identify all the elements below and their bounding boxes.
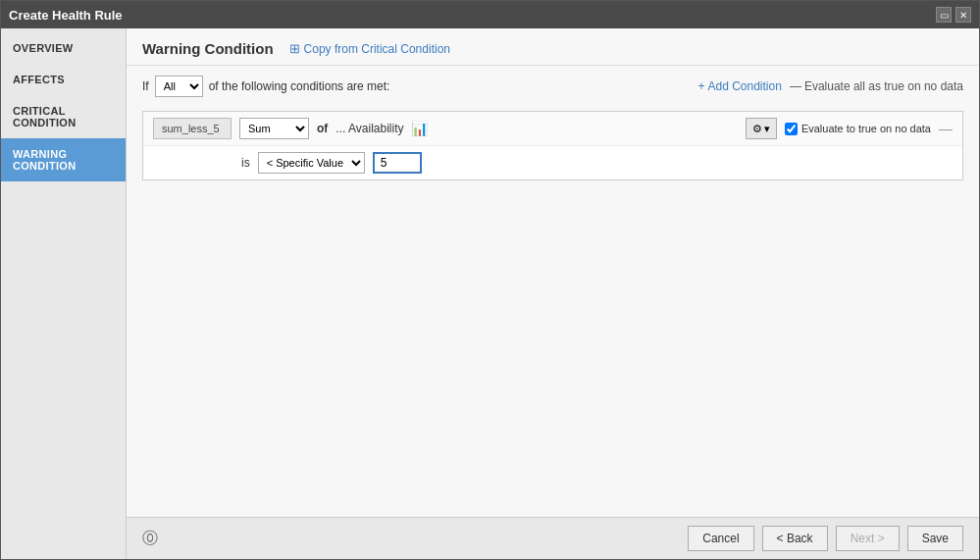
help-button[interactable]: ⓪ xyxy=(142,529,158,549)
content-area: OVERVIEW AFFECTS CRITICAL CONDITION WARN… xyxy=(1,28,979,559)
sidebar-item-affects[interactable]: AFFECTS xyxy=(1,64,126,95)
following-label: of the following conditions are met: xyxy=(209,79,390,93)
sidebar-item-critical-condition[interactable]: CRITICAL CONDITION xyxy=(1,95,126,138)
copy-from-critical-link[interactable]: ⊞ Copy from Critical Condition xyxy=(289,41,450,56)
back-button[interactable]: < Back xyxy=(762,526,828,551)
evaluate-all-dash-icon: — xyxy=(790,79,801,93)
condition-row-top-left: sum_less_5 Sum Average Min Max of ... Av… xyxy=(153,118,428,139)
main-window: Create Health Rule ▭ ✕ OVERVIEW AFFECTS … xyxy=(0,0,980,560)
remove-condition-button[interactable]: — xyxy=(939,122,953,135)
all-select[interactable]: All Any xyxy=(155,76,203,97)
save-button[interactable]: Save xyxy=(907,526,963,551)
evaluate-all-label: Evaluate all as true on no data xyxy=(804,79,963,93)
help-icon: ⓪ xyxy=(142,530,158,546)
value-input[interactable] xyxy=(373,152,422,174)
gear-settings-button[interactable]: ⚙ ▾ xyxy=(746,118,777,139)
main-header: Warning Condition ⊞ Copy from Critical C… xyxy=(127,28,979,66)
add-condition-label: Add Condition xyxy=(707,79,781,93)
evaluate-checkbox-row: Evaluate to true on no data xyxy=(785,123,931,135)
condition-right: + Add Condition — Evaluate all as true o… xyxy=(697,79,963,93)
minimize-button[interactable]: ▭ xyxy=(936,7,952,23)
footer: ⓪ Cancel < Back Next > Save xyxy=(127,517,979,559)
next-button[interactable]: Next > xyxy=(836,526,900,551)
evaluate-label: Evaluate to true on no data xyxy=(801,123,931,134)
close-button[interactable]: ✕ xyxy=(955,7,971,23)
sidebar-item-overview[interactable]: OVERVIEW xyxy=(1,32,126,64)
titlebar: Create Health Rule ▭ ✕ xyxy=(1,1,979,28)
window-title: Create Health Rule xyxy=(9,8,123,23)
operator-select[interactable]: < Specific Value > Specific Value = Spec… xyxy=(258,152,365,174)
metric-path: ... Availability xyxy=(335,122,403,135)
page-title: Warning Condition xyxy=(142,40,274,57)
condition-row-bottom: is < Specific Value > Specific Value = S… xyxy=(143,146,962,179)
condition-bar: If All Any of the following conditions a… xyxy=(127,66,979,107)
evaluate-all-button[interactable]: — Evaluate all as true on no data xyxy=(790,79,963,93)
aggregate-select[interactable]: Sum Average Min Max xyxy=(239,118,309,139)
sidebar: OVERVIEW AFFECTS CRITICAL CONDITION WARN… xyxy=(1,28,127,559)
of-label: of xyxy=(317,122,328,135)
spacer xyxy=(127,184,979,517)
condition-row-top-right: ⚙ ▾ Evaluate to true on no data — xyxy=(746,118,953,139)
gear-dropdown-icon: ▾ xyxy=(764,123,770,135)
condition-left: If All Any of the following conditions a… xyxy=(142,76,389,97)
evaluate-checkbox[interactable] xyxy=(785,123,798,135)
is-label: is xyxy=(241,156,250,170)
sidebar-item-warning-condition[interactable]: WARNING CONDITION xyxy=(1,138,126,181)
add-icon: + xyxy=(697,79,704,93)
footer-left: ⓪ xyxy=(142,529,680,549)
condition-row-top: sum_less_5 Sum Average Min Max of ... Av… xyxy=(143,112,962,146)
add-condition-button[interactable]: + Add Condition xyxy=(697,79,781,93)
main-content: Warning Condition ⊞ Copy from Critical C… xyxy=(127,28,979,559)
copy-icon: ⊞ xyxy=(289,41,300,56)
bar-chart-icon: 📊 xyxy=(411,121,428,136)
metric-name: sum_less_5 xyxy=(162,123,220,134)
cancel-button[interactable]: Cancel xyxy=(688,526,753,551)
copy-link-label: Copy from Critical Condition xyxy=(304,42,450,56)
condition-block: sum_less_5 Sum Average Min Max of ... Av… xyxy=(142,111,963,180)
metric-name-box: sum_less_5 xyxy=(153,118,232,139)
if-label: If xyxy=(142,79,149,93)
titlebar-controls: ▭ ✕ xyxy=(936,7,971,23)
gear-icon: ⚙ xyxy=(752,123,762,135)
